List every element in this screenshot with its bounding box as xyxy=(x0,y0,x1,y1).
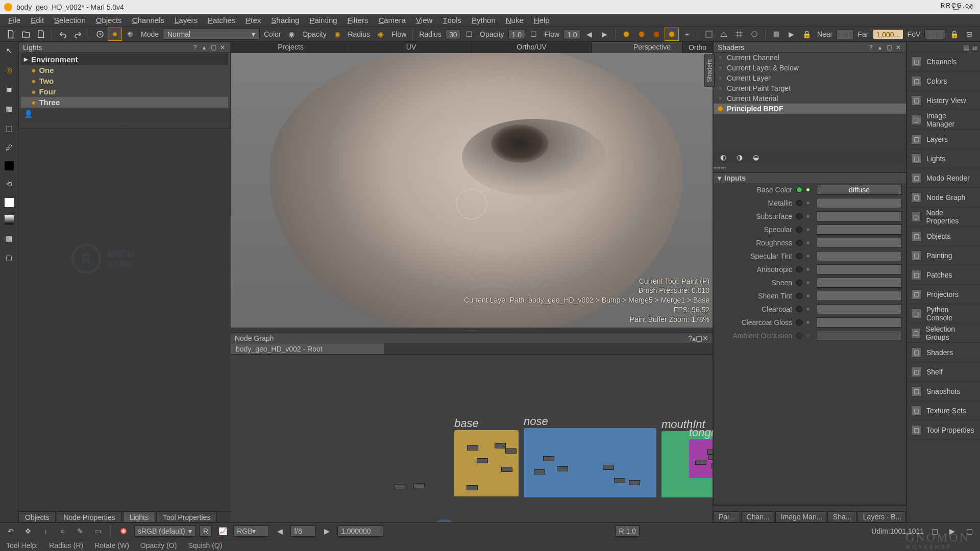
fstop-box[interactable]: f/8 xyxy=(290,525,316,537)
menu-ptex[interactable]: Ptex xyxy=(240,14,266,26)
side-panel-selection-groups[interactable]: ▢Selection Groups xyxy=(907,323,980,343)
input-toggle[interactable] xyxy=(796,227,802,233)
menu-file[interactable]: File xyxy=(3,14,26,26)
panel-max-icon[interactable]: ▢ xyxy=(210,44,217,51)
side-panel-history-view[interactable]: ▢History View xyxy=(907,91,980,110)
input-toggle[interactable] xyxy=(796,187,802,193)
sb-undo-icon[interactable]: ↶ xyxy=(4,525,17,537)
lock2-icon[interactable]: 🔒 xyxy=(947,28,961,40)
input-dot[interactable] xyxy=(806,334,810,337)
ng-pin-icon[interactable]: ? xyxy=(688,334,692,342)
sb-brush-icon[interactable]: ✎ xyxy=(74,525,87,537)
light-item[interactable]: ▸ Environment xyxy=(21,54,228,65)
menu-channels[interactable]: Channels xyxy=(127,14,169,26)
prop-tab-tool-properties[interactable]: Tool Properties xyxy=(156,512,217,522)
gain-box[interactable]: 1.000000 xyxy=(337,525,383,537)
panel-pin-icon[interactable]: ? xyxy=(191,44,199,51)
input-toggle[interactable] xyxy=(796,280,802,286)
play-prev-icon[interactable]: ◀ xyxy=(582,28,596,40)
side-panel-patches[interactable]: ▢Patches xyxy=(907,265,980,285)
panel-close-icon[interactable]: ✕ xyxy=(219,44,226,51)
flow-radio[interactable]: ◉ xyxy=(374,28,387,40)
side-panel-texture-sets[interactable]: ▢Texture Sets xyxy=(907,401,980,420)
view-tab-projects[interactable]: Projects xyxy=(231,42,351,53)
input-dot[interactable] xyxy=(806,188,810,191)
lighting-toggle-icon[interactable] xyxy=(108,28,121,40)
sphere-c-icon[interactable] xyxy=(650,28,663,40)
ng-close-icon[interactable]: ✕ xyxy=(702,334,708,342)
shaders-side-tab[interactable]: Shaders xyxy=(704,55,715,87)
menu-filters[interactable]: Filters xyxy=(342,14,374,26)
sphere-preview-icon[interactable] xyxy=(124,28,137,40)
layer-tool-icon[interactable]: ≣ xyxy=(4,84,15,95)
mini-node[interactable] xyxy=(394,484,405,489)
input-slot[interactable] xyxy=(817,264,902,274)
graph-node[interactable] xyxy=(603,465,614,470)
frame-tool-icon[interactable]: ▢ xyxy=(4,252,15,263)
select-tool-icon[interactable]: ↖ xyxy=(4,45,15,56)
menu-help[interactable]: Help xyxy=(529,14,555,26)
shader-item[interactable]: Current Paint Target xyxy=(714,83,906,93)
menu-selection[interactable]: Selection xyxy=(49,14,91,26)
r-box[interactable]: R xyxy=(200,525,212,537)
input-toggle[interactable] xyxy=(796,266,802,272)
menu-edit[interactable]: Edit xyxy=(26,14,49,26)
graph-node[interactable] xyxy=(707,449,713,455)
new-icon[interactable] xyxy=(4,28,17,40)
input-slot[interactable] xyxy=(817,251,902,261)
marquee-tool-icon[interactable]: ⬚ xyxy=(4,122,15,134)
menu-patches[interactable]: Patches xyxy=(203,14,240,26)
sh-min-icon[interactable]: ▴ xyxy=(876,44,884,51)
sb-move-icon[interactable]: ✥ xyxy=(21,525,35,537)
input-slot[interactable] xyxy=(817,331,902,341)
lock-icon[interactable]: 🔒 xyxy=(800,28,813,40)
input-toggle[interactable] xyxy=(796,240,802,246)
input-toggle[interactable] xyxy=(796,306,802,312)
rgb-dropdown[interactable]: RGB ▾ xyxy=(233,525,269,537)
menu-painting[interactable]: Painting xyxy=(304,14,342,26)
light-item[interactable]: ● Two xyxy=(21,76,228,86)
input-slot[interactable] xyxy=(817,198,902,208)
play-next-icon[interactable]: ▶ xyxy=(598,28,611,40)
input-slot[interactable] xyxy=(817,291,902,301)
graph-node[interactable] xyxy=(477,458,488,463)
side-panel-painting[interactable]: ▢Painting xyxy=(907,246,980,265)
target-tool-icon[interactable]: ◎ xyxy=(4,64,15,76)
shader-a-icon[interactable]: ◐ xyxy=(718,152,729,163)
perspective-icon[interactable] xyxy=(717,28,730,40)
sphere-a-icon[interactable] xyxy=(620,28,633,40)
graph-node[interactable] xyxy=(614,478,625,483)
flow-check[interactable]: ☐ xyxy=(527,28,541,40)
input-dot[interactable] xyxy=(806,308,810,311)
open-icon[interactable] xyxy=(19,28,33,40)
history-icon[interactable] xyxy=(93,28,107,40)
menu-objects[interactable]: Objects xyxy=(91,14,127,26)
graph-node[interactable] xyxy=(543,456,554,461)
side-panel-node-graph[interactable]: ▢Node Graph xyxy=(907,188,980,207)
prop-tab-lights[interactable]: Lights xyxy=(123,512,155,522)
grad-swatch[interactable] xyxy=(5,215,14,224)
color-radio[interactable]: ◉ xyxy=(285,28,298,40)
ng-max-icon[interactable]: ▢ xyxy=(696,334,702,342)
input-slot[interactable] xyxy=(817,278,902,288)
view-tab-orthouv[interactable]: Ortho/UV xyxy=(472,42,592,53)
nodegraph-path[interactable]: body_geo_HD_v002 - Root xyxy=(231,343,384,354)
shader-b-icon[interactable]: ◑ xyxy=(734,152,745,163)
input-toggle[interactable] xyxy=(796,213,802,219)
shader-item[interactable]: Current Layer & Below xyxy=(714,63,906,73)
opacity-check[interactable]: ☐ xyxy=(462,28,476,40)
right-tab[interactable]: Chan... xyxy=(741,511,774,522)
flow-input[interactable]: 1.0 xyxy=(564,29,580,39)
graph-node[interactable] xyxy=(557,466,568,471)
menu-python[interactable]: Python xyxy=(467,14,501,26)
input-dot[interactable] xyxy=(806,228,810,231)
side-panel-lights[interactable]: ▢Lights xyxy=(907,149,980,168)
panel-min-icon[interactable]: ▴ xyxy=(201,44,208,51)
graph-node[interactable] xyxy=(712,463,713,468)
right-tab[interactable]: Image Man... xyxy=(775,511,826,522)
viewport[interactable]: Current Tool: Paint (P) Brush Pressure: … xyxy=(231,53,713,328)
graph-node[interactable] xyxy=(695,460,706,465)
prop-tab-objects[interactable]: Objects xyxy=(18,512,56,522)
side-panel-colors[interactable]: ▢Colors xyxy=(907,71,980,91)
nodegraph-group[interactable]: tongue xyxy=(689,439,713,478)
